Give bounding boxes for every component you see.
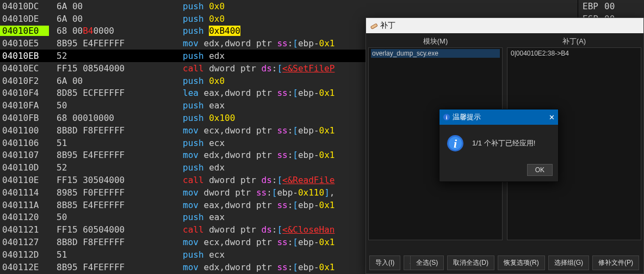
address: 04010FB	[0, 113, 49, 123]
restore-button[interactable]: 恢复选项(R)	[498, 255, 545, 270]
address: 0401114	[0, 187, 49, 198]
bytes: 52	[49, 51, 179, 61]
bytes: 8B8D F8FEFFFF	[49, 237, 179, 247]
address: 040111A	[0, 200, 49, 210]
patch-header: 补丁(A)	[505, 33, 643, 47]
close-icon[interactable]: ✕	[549, 113, 555, 121]
bytes: 51	[49, 249, 179, 260]
address: 04010DE	[0, 14, 49, 24]
svg-text:i: i	[454, 137, 457, 150]
bytes: 6A 00	[49, 14, 179, 24]
bytes: FF15 08504000	[49, 63, 179, 74]
bytes: 8B95 E4FEFFFF	[49, 38, 179, 48]
message-box-title: 温馨提示	[453, 112, 481, 122]
bytes: 6A 00	[49, 1, 179, 11]
svg-text:i: i	[446, 114, 448, 120]
patch-list-item[interactable]: 0|004010E2:38->B4	[510, 49, 639, 58]
address: 04010F4	[0, 88, 49, 98]
address: 0401107	[0, 150, 49, 160]
deselect-all-button[interactable]: 取消全选(D)	[447, 255, 494, 270]
address: 0401121	[0, 224, 49, 235]
bytes: 8B95 F4FEFFFF	[49, 262, 179, 272]
message-box[interactable]: i 温馨提示 ✕ i 1/1 个补丁已经应用! OK	[439, 109, 559, 182]
register-row: EBP00	[578, 0, 644, 13]
address: 0401127	[0, 237, 49, 247]
svg-rect-0	[370, 23, 377, 29]
patch-dialog-title-bar[interactable]: 补丁	[366, 18, 643, 33]
address: 04010E0	[0, 26, 49, 36]
bytes: FF15 30504000	[49, 175, 179, 185]
bytes: 50	[49, 212, 179, 222]
disasm-row[interactable]: 04010DC6A 00push 0x0	[0, 0, 578, 13]
address: 04010EB	[0, 51, 49, 61]
instruction: push 0x0	[179, 1, 578, 11]
bytes: 8985 F0FEFFFF	[49, 187, 179, 198]
bytes: 8B8D F8FEFFFF	[49, 125, 179, 136]
address: 040110E	[0, 175, 49, 185]
patch-file-button[interactable]: 修补文件(P)	[592, 255, 639, 270]
bytes: 8D85 ECFEFFFF	[49, 88, 179, 98]
address: 04010FA	[0, 100, 49, 111]
address: 040110D	[0, 162, 49, 173]
select-all-button[interactable]: 全选(S)	[410, 255, 444, 270]
select-group-button[interactable]: 选择组(G)	[548, 255, 589, 270]
address: 040112E	[0, 262, 49, 272]
address: 04010EC	[0, 63, 49, 74]
bytes: 50	[49, 100, 179, 111]
patch-icon	[369, 21, 378, 30]
message-box-text: 1/1 个补丁已经应用!	[472, 138, 535, 148]
address: 04010DC	[0, 1, 49, 11]
address: 0401100	[0, 125, 49, 136]
bytes: 6A 00	[49, 76, 179, 86]
info-icon: i	[446, 134, 465, 153]
bytes: 8B95 E4FEFFFF	[49, 150, 179, 160]
patch-dialog-title: 补丁	[380, 21, 395, 31]
info-icon: i	[443, 113, 450, 121]
module-header: 模块(M)	[366, 33, 505, 47]
address: 04010E5	[0, 38, 49, 48]
bytes: 8B85 E4FEFFFF	[49, 200, 179, 210]
bytes: 68 00B40000	[49, 26, 179, 36]
bytes: 51	[49, 138, 179, 148]
address: 0401120	[0, 212, 49, 222]
message-box-title-bar[interactable]: i 温馨提示 ✕	[439, 109, 558, 125]
bytes: 52	[49, 162, 179, 173]
bytes: 68 00010000	[49, 113, 179, 123]
ok-button[interactable]: OK	[527, 164, 553, 176]
module-list-item[interactable]: overlay_dump_scy.exe	[371, 49, 500, 58]
address: 0401106	[0, 138, 49, 148]
address: 04010F2	[0, 76, 49, 86]
bytes: FF15 60504000	[49, 224, 179, 235]
address: 040112D	[0, 249, 49, 260]
